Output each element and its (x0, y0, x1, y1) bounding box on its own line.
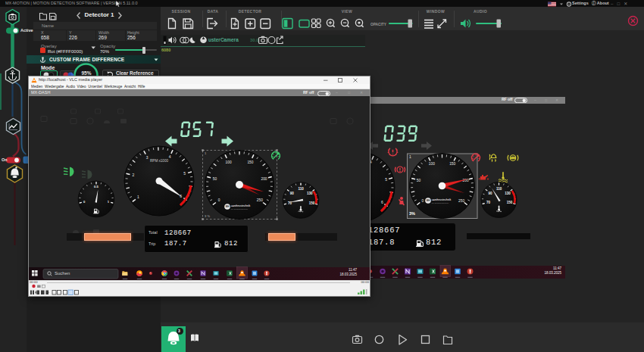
svg-text:3: 3 (146, 155, 148, 160)
svg-text:1: 1 (409, 154, 411, 159)
svg-text:●■mheustechnik: ●■mheustechnik (432, 198, 452, 201)
svg-text:6: 6 (381, 200, 383, 204)
svg-text:250: 250 (458, 199, 464, 203)
svg-text:200: 200 (261, 177, 267, 181)
svg-text:MK Grundlebensysteme: MK Grundlebensysteme (432, 202, 449, 204)
svg-text:70: 70 (288, 201, 292, 205)
svg-text:50: 50 (417, 179, 421, 182)
svg-text:90: 90 (489, 192, 493, 195)
svg-text:4: 4 (370, 160, 372, 164)
svg-text:1: 1 (137, 195, 139, 199)
svg-text:90: 90 (290, 192, 295, 195)
svg-text:3%: 3% (409, 211, 415, 216)
svg-text:110: 110 (298, 187, 304, 191)
svg-text:6: 6 (180, 194, 182, 198)
svg-text:0: 0 (218, 198, 220, 202)
svg-text:0.5: 0.5 (94, 185, 98, 188)
svg-text:150: 150 (247, 160, 253, 164)
svg-text:4: 4 (169, 154, 171, 159)
svg-text:ABS: ABS (511, 157, 516, 160)
svg-text:5: 5 (183, 171, 186, 176)
svg-text:OPACITY: OPACITY (370, 23, 387, 26)
svg-text:MH: MH (427, 199, 430, 202)
svg-text:MK Grundlebensysteme: MK Grundlebensysteme (231, 208, 249, 210)
svg-text:250: 250 (257, 198, 263, 202)
svg-text:150: 150 (507, 201, 513, 204)
svg-text:150: 150 (449, 162, 455, 166)
svg-text:●■mheustechnik: ●■mheustechnik (231, 204, 251, 207)
svg-text:70: 70 (486, 201, 491, 204)
svg-text:MH: MH (226, 205, 230, 208)
svg-text:3 %: 3 % (205, 214, 210, 218)
svg-text:50: 50 (213, 177, 217, 181)
svg-text:100: 100 (226, 160, 232, 164)
svg-text:110: 110 (496, 187, 502, 191)
svg-text:0: 0 (422, 199, 424, 203)
svg-text:RPM x1000: RPM x1000 (150, 159, 168, 163)
svg-text:2: 2 (132, 173, 134, 177)
svg-text:130: 130 (307, 192, 313, 195)
svg-text:100: 100 (429, 162, 435, 166)
svg-text:5: 5 (385, 177, 387, 182)
svg-text:150: 150 (309, 201, 315, 205)
svg-text:1: 1 (205, 151, 207, 155)
svg-text:130: 130 (505, 192, 511, 195)
